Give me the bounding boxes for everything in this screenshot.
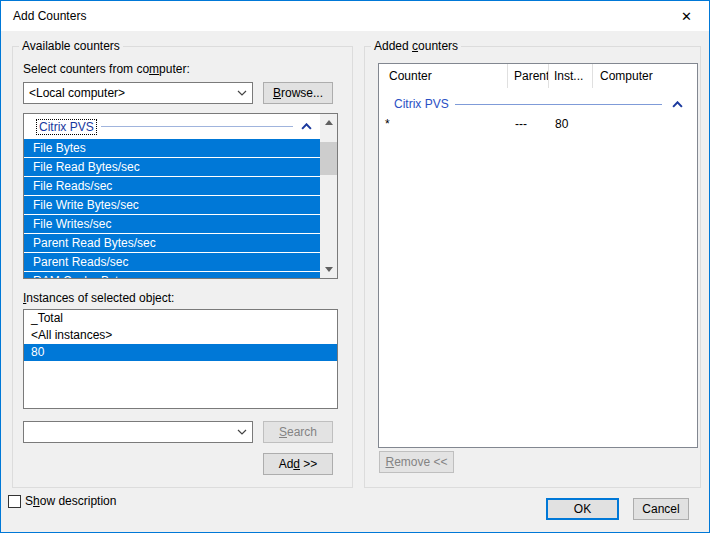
remove-button[interactable]: Remove << bbox=[379, 451, 454, 473]
title-bar: Add Counters ✕ bbox=[1, 1, 709, 31]
scroll-up-icon[interactable] bbox=[320, 114, 337, 131]
search-button[interactable]: Search bbox=[263, 421, 333, 443]
chevron-down-icon[interactable] bbox=[232, 83, 252, 103]
chevron-up-icon[interactable] bbox=[301, 123, 312, 130]
cell-counter: * bbox=[379, 117, 509, 131]
available-counters-group-label: Available counters bbox=[19, 39, 123, 53]
cancel-button[interactable]: Cancel bbox=[633, 498, 689, 520]
ok-button[interactable]: OK bbox=[546, 498, 619, 520]
instance-item[interactable]: _Total bbox=[24, 310, 337, 327]
column-header-computer[interactable]: Computer bbox=[593, 64, 697, 88]
show-description-label: Show description bbox=[25, 494, 116, 508]
counter-item[interactable]: File Bytes bbox=[24, 139, 320, 158]
show-description-checkbox[interactable] bbox=[8, 495, 21, 508]
counter-list-scrollbar[interactable] bbox=[320, 114, 337, 278]
column-header-instance[interactable]: Inst... bbox=[549, 64, 593, 88]
added-group-row[interactable]: Citrix PVS bbox=[379, 94, 697, 114]
column-header-parent[interactable]: Parent bbox=[508, 64, 549, 88]
close-button[interactable]: ✕ bbox=[664, 1, 709, 31]
group-divider-line bbox=[455, 104, 662, 105]
show-description-row: Show description bbox=[8, 494, 116, 508]
instances-list: _Total <All instances> 80 bbox=[23, 309, 338, 409]
cell-parent: --- bbox=[509, 117, 550, 131]
instance-item-selected[interactable]: 80 bbox=[24, 344, 337, 361]
window-title: Add Counters bbox=[13, 1, 86, 31]
scroll-down-icon[interactable] bbox=[320, 261, 337, 278]
cell-instance: 80 bbox=[550, 117, 594, 131]
browse-button[interactable]: Browse... bbox=[263, 82, 333, 104]
added-counter-row[interactable]: * --- 80 bbox=[379, 114, 697, 134]
counter-item[interactable]: File Write Bytes/sec bbox=[24, 196, 320, 215]
instances-label: Instances of selected object: bbox=[23, 291, 174, 305]
counter-item[interactable]: File Read Bytes/sec bbox=[24, 158, 320, 177]
counter-item[interactable]: File Reads/sec bbox=[24, 177, 320, 196]
computer-select-value: <Local computer> bbox=[24, 86, 232, 100]
counter-list: Citrix PVS File Bytes File Read Bytes/se… bbox=[23, 113, 338, 279]
counter-item[interactable]: File Writes/sec bbox=[24, 215, 320, 234]
search-input[interactable] bbox=[23, 421, 253, 443]
counter-group-name: Citrix PVS bbox=[36, 119, 97, 135]
added-group-name: Citrix PVS bbox=[394, 97, 449, 111]
counter-item[interactable]: Parent Read Bytes/sec bbox=[24, 234, 320, 253]
chevron-up-icon[interactable] bbox=[672, 101, 683, 108]
counter-item[interactable]: Parent Reads/sec bbox=[24, 253, 320, 272]
scrollbar-thumb[interactable] bbox=[320, 142, 337, 175]
counter-list-content: Citrix PVS File Bytes File Read Bytes/se… bbox=[24, 114, 320, 278]
counter-item[interactable]: RAM Cache Bytes bbox=[24, 272, 320, 278]
add-button[interactable]: Add >> bbox=[263, 453, 333, 475]
instance-item[interactable]: <All instances> bbox=[24, 327, 337, 344]
chevron-down-icon[interactable] bbox=[232, 422, 252, 442]
counter-group-row[interactable]: Citrix PVS bbox=[24, 114, 320, 139]
table-header-row: Counter Parent Inst... Computer bbox=[379, 64, 697, 88]
add-counters-dialog: Add Counters ✕ Available counters Added … bbox=[0, 0, 710, 533]
added-counters-table: Counter Parent Inst... Computer Citrix P… bbox=[378, 63, 698, 448]
select-computer-label: Select counters from computer: bbox=[23, 62, 190, 76]
computer-select[interactable]: <Local computer> bbox=[23, 82, 253, 104]
close-icon: ✕ bbox=[681, 9, 692, 24]
group-divider-line bbox=[101, 126, 293, 127]
column-header-counter[interactable]: Counter bbox=[379, 64, 508, 88]
added-counters-group-label: Added counters bbox=[371, 39, 461, 53]
